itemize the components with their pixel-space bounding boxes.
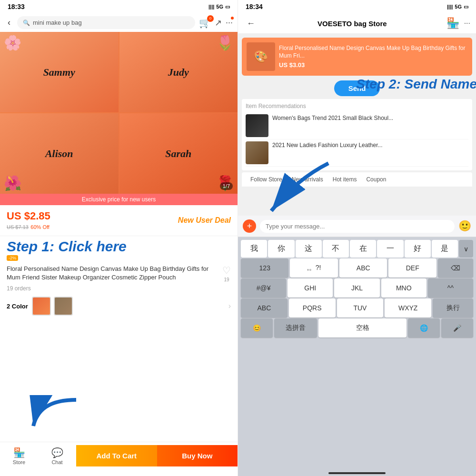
right-more-button[interactable]: ··· [464, 19, 470, 28]
share-button[interactable]: ↗ [215, 18, 222, 28]
home-indicator [328, 472, 386, 474]
bottom-nav: 🏪 Store 💬 Chat Add To Cart Buy Now [0, 442, 238, 476]
color-label: 2 Color [7, 303, 28, 310]
quick-word-6[interactable]: 好 [405, 240, 431, 258]
key-punctuation[interactable]: ,。?! [290, 258, 337, 278]
product-card[interactable]: 🎨 Floral Personalised Name Design Canvas… [242, 38, 472, 76]
bag-grid: 🌸 Sammy 🌷 Judy 🌺 Alison 🌹 Sarah [0, 32, 238, 194]
enter-key[interactable]: 换行 [433, 298, 473, 317]
collapse-button[interactable]: ∨ [459, 240, 473, 258]
step1-label: Step 1: Click here [7, 238, 231, 255]
product-title-row: Floral Personalised Name Design Canvas M… [0, 263, 238, 284]
quick-word-1[interactable]: 你 [268, 240, 294, 258]
signal-bars-icon: |||| [208, 4, 214, 10]
chat-nav-item[interactable]: 💬 Chat [38, 447, 76, 465]
orders-row: 19 orders [0, 284, 238, 294]
key-wxyz[interactable]: WXYZ [385, 298, 431, 317]
quick-word-7[interactable]: 是 [432, 240, 458, 258]
tab-coupon[interactable]: Coupon [361, 172, 391, 187]
product-info: Floral Personalised Name Design Canvas M… [279, 45, 467, 69]
quick-word-2[interactable]: 这 [296, 240, 322, 258]
key-abc-row1[interactable]: ABC [339, 258, 387, 278]
quick-word-5[interactable]: 一 [377, 240, 403, 258]
key-123[interactable]: 123 [241, 258, 288, 278]
quick-word-3[interactable]: 不 [323, 240, 349, 258]
key-mno[interactable]: MNO [381, 278, 426, 298]
quick-word-0[interactable]: 我 [241, 240, 267, 258]
step1-arrow [29, 395, 86, 433]
left-status-bar: 18:33 |||| 5G ▭ [0, 0, 238, 13]
store-nav-label: Store [13, 459, 25, 465]
heart-count: 19 [224, 277, 229, 282]
color-swatch-1[interactable] [32, 297, 51, 316]
keyboard-row-1: 123 ,。?! ABC DEF ⌫ [240, 258, 474, 278]
rec-name-1: Women's Bags Trend 2021 Small Black Shou… [272, 114, 393, 137]
keyboard-row-3: ABC PQRS TUV WXYZ 换行 [240, 298, 474, 317]
more-button[interactable]: ··· [226, 18, 233, 28]
discount-badge: 60% Off [30, 224, 50, 230]
pinyin-key[interactable]: 选拼音 [274, 318, 317, 337]
recommendation-item-1[interactable]: Women's Bags Trend 2021 Small Black Shou… [246, 112, 468, 139]
search-icon: 🔍 [23, 20, 30, 26]
chevron-right-icon: › [228, 302, 231, 310]
key-pqrs[interactable]: PQRS [289, 298, 336, 317]
product-card-price: US $3.03 [279, 61, 467, 69]
back-button[interactable]: ‹ [5, 17, 13, 29]
emoji-key[interactable]: 😊 [241, 318, 273, 337]
right-back-button[interactable]: ← [244, 18, 258, 30]
product-title: Floral Personalised Name Design Canvas M… [7, 265, 222, 282]
key-ghi[interactable]: GHI [288, 278, 333, 298]
buy-now-button[interactable]: Buy Now [157, 445, 238, 466]
left-panel: 18:33 |||| 5G ▭ ‹ 🔍 mini make up bag 🛒 0… [0, 0, 238, 476]
heart-button[interactable]: ♡ 19 [222, 265, 231, 282]
bag-item-2: 🌷 Judy [119, 32, 238, 112]
key-def[interactable]: DEF [388, 258, 436, 278]
image-counter: 1/7 [220, 182, 233, 190]
search-box[interactable]: 🔍 mini make up bag [17, 16, 195, 29]
store-nav-item[interactable]: 🏪 Store [0, 447, 38, 465]
rec-thumb-1 [246, 114, 268, 137]
delete-key[interactable]: ⌫ [438, 258, 473, 278]
emoji-button[interactable]: 🙂 [458, 220, 471, 232]
keyboard-row-4: 😊 选拼音 空格 🌐 🎤 [240, 318, 474, 337]
new-user-deal: New User Deal [178, 216, 231, 225]
orders-text: 19 orders [7, 285, 31, 292]
network-label: 5G [216, 4, 223, 10]
store-nav-icon: 🏪 [13, 447, 25, 458]
space-key[interactable]: 空格 [318, 318, 407, 337]
key-tuv[interactable]: TUV [337, 298, 384, 317]
bag-name-2: Judy [168, 66, 189, 79]
step2-label: Step 2: Send Name [356, 77, 476, 92]
original-price-row: US $7.13 60% Off [7, 222, 50, 231]
step1-section: Step 1: Click here -2% [0, 236, 238, 263]
right-signal-icon: |||| [447, 4, 453, 10]
quick-word-4[interactable]: 在 [350, 240, 376, 258]
key-symbols[interactable]: #@¥ [241, 278, 286, 298]
globe-key[interactable]: 🌐 [408, 318, 440, 337]
right-top-bar: ← VOESETO bag Store 🏪 ··· [238, 13, 476, 34]
plus-button[interactable]: + [243, 219, 256, 233]
right-status-icons: |||| 5G ▭ [447, 4, 468, 10]
more-notification-dot [231, 17, 234, 20]
key-jkl[interactable]: JKL [334, 278, 379, 298]
key-abc-row3[interactable]: ABC [241, 298, 288, 317]
add-to-cart-button[interactable]: Add To Cart [76, 445, 157, 466]
store-shop-icon[interactable]: 🏪 [446, 17, 459, 30]
store-title: VOESETO bag Store [263, 20, 442, 28]
cart-button[interactable]: 🛒 0 [199, 17, 211, 29]
bag-item-3: 🌺 Alison [0, 113, 119, 194]
keyboard: 我 你 这 不 在 一 好 是 ∨ 123 ,。?! ABC DEF ⌫ #@¥… [238, 237, 476, 469]
right-network-label: 5G [455, 4, 462, 10]
price-left: US $2.85 US $7.13 60% Off [7, 210, 50, 231]
message-input[interactable] [260, 220, 455, 233]
mic-key[interactable]: 🎤 [441, 318, 473, 337]
flower-icon-2: 🌷 [216, 34, 234, 51]
chat-nav-icon: 💬 [51, 447, 63, 458]
right-battery-icon: ▭ [464, 4, 468, 10]
product-image: 🌸 Sammy 🌷 Judy 🌺 Alison 🌹 Sarah 1/7 [0, 32, 238, 194]
color-swatch-2[interactable] [54, 297, 73, 316]
product-thumbnail: 🎨 [247, 42, 275, 71]
key-caret[interactable]: ^^ [428, 278, 473, 298]
main-price: US $2.85 [7, 210, 50, 222]
right-panel: 18:34 |||| 5G ▭ ← VOESETO bag Store 🏪 ··… [238, 0, 476, 476]
